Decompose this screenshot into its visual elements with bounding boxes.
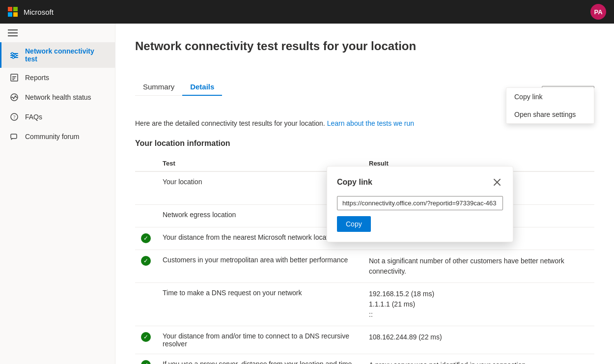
svg-text:?: ?	[13, 114, 16, 120]
section-title: Your location information	[135, 139, 594, 148]
table-row: ✓Your distance from and/or time to conne…	[135, 326, 594, 354]
reports-icon	[9, 73, 19, 83]
status-cell: ✓	[135, 250, 157, 283]
topbar-left: Microsoft	[8, 7, 54, 17]
status-cell: ✓	[135, 354, 157, 364]
sidebar-item-community-forum[interactable]: Community forum	[0, 127, 115, 146]
col-status-header	[135, 156, 157, 171]
topbar: Microsoft PA	[0, 0, 614, 24]
share-dropdown: Copy link Open share settings	[506, 87, 594, 124]
test-cell: Time to make a DNS request on your netwo…	[157, 283, 363, 326]
status-icon-success: ✓	[141, 233, 151, 243]
svg-rect-13	[11, 134, 17, 139]
sidebar-item-reports[interactable]: Reports	[0, 68, 115, 87]
microsoft-logo	[8, 7, 18, 17]
modal-close-button[interactable]	[491, 176, 503, 188]
status-cell: ✓	[135, 326, 157, 354]
faq-icon: ?	[9, 112, 19, 122]
status-icon-success: ✓	[141, 256, 151, 266]
svg-point-3	[11, 53, 13, 55]
sidebar-item-network-connectivity-test[interactable]: Network connectivity test	[0, 42, 115, 68]
test-cell: Your distance from and/or time to connec…	[157, 326, 363, 354]
health-icon	[9, 92, 19, 102]
share-dropdown-open-share-settings[interactable]: Open share settings	[506, 106, 594, 123]
sidebar-item-network-health-status[interactable]: Network health status	[0, 87, 115, 107]
header-actions: Network connectivity test results for yo…	[135, 39, 594, 65]
modal-url-row	[337, 196, 503, 210]
result-cell: A proxy server was not identified in you…	[363, 354, 594, 364]
avatar[interactable]: PA	[590, 4, 606, 20]
test-cell: If you use a proxy server, distance from…	[157, 354, 363, 364]
learn-more-link[interactable]: Learn about the tests we run	[327, 119, 414, 127]
status-icon-success: ✓	[141, 360, 151, 364]
share-dropdown-copy-link[interactable]: Copy link	[506, 88, 594, 106]
sidebar-item-network-connectivity-test-label: Network connectivity test	[25, 47, 107, 63]
svg-rect-6	[11, 74, 18, 81]
table-row: Time to make a DNS request on your netwo…	[135, 283, 594, 326]
hamburger-button[interactable]	[0, 24, 115, 42]
network-icon	[9, 50, 19, 60]
test-cell: Customers in your metropolitan area with…	[157, 250, 363, 283]
copy-link-url-input[interactable]	[337, 196, 503, 210]
svg-point-4	[14, 55, 16, 56]
status-cell	[135, 171, 157, 205]
status-icon-success: ✓	[141, 332, 151, 342]
sidebar-item-community-forum-label: Community forum	[25, 133, 79, 140]
result-cell: 192.168.15.2 (18 ms)1.1.1.1 (21 ms)::	[363, 283, 594, 326]
result-cell: 108.162.244.89 (22 ms)	[363, 326, 594, 354]
sidebar-item-network-health-status-label: Network health status	[25, 93, 91, 101]
modal-title: Copy link	[337, 178, 372, 187]
page-title: Network connectivity test results for yo…	[135, 39, 416, 53]
hamburger-icon	[8, 29, 107, 36]
sidebar-item-faqs[interactable]: ? FAQs	[0, 107, 115, 127]
sidebar-item-reports-label: Reports	[25, 74, 49, 82]
modal-header: Copy link	[337, 176, 503, 188]
copy-button[interactable]: Copy	[337, 216, 371, 232]
tab-details[interactable]: Details	[182, 79, 222, 96]
result-cell: Not a significant number of other custom…	[363, 250, 594, 283]
topbar-title: Microsoft	[24, 8, 54, 16]
community-icon	[9, 132, 19, 141]
sidebar-item-faqs-label: FAQs	[25, 113, 42, 121]
layout: Network connectivity test Reports Ne	[0, 24, 614, 364]
copy-link-modal: Copy link Copy	[327, 166, 513, 242]
tab-summary[interactable]: Summary	[135, 79, 182, 96]
status-cell	[135, 283, 157, 326]
table-row: ✓Customers in your metropolitan area wit…	[135, 250, 594, 283]
svg-point-5	[12, 56, 14, 58]
status-cell	[135, 205, 157, 227]
tabs: Summary Details	[135, 79, 222, 96]
close-icon	[494, 179, 501, 186]
status-cell: ✓	[135, 227, 157, 250]
table-row: ✓If you use a proxy server, distance fro…	[135, 354, 594, 364]
sidebar: Network connectivity test Reports Ne	[0, 24, 115, 364]
main-content: Network connectivity test results for yo…	[115, 24, 614, 364]
